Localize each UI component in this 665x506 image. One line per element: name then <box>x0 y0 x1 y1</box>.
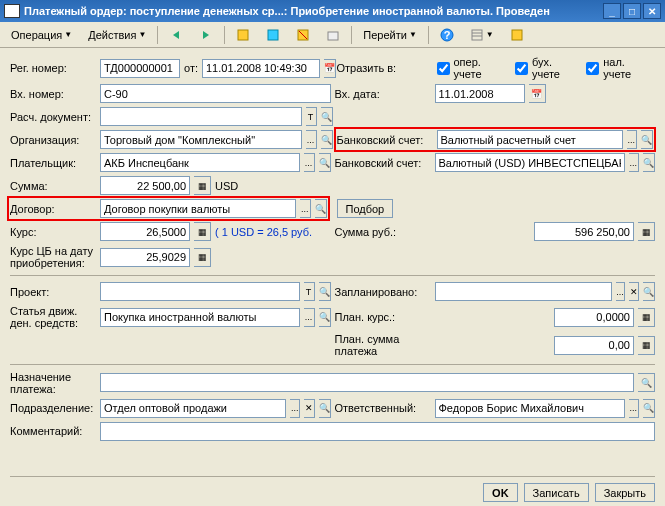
calc-icon[interactable]: ▦ <box>638 336 655 355</box>
reg-num-field[interactable] <box>100 59 180 78</box>
reflect-label: Отразить в: <box>337 62 433 74</box>
vh-num-label: Вх. номер: <box>10 88 96 100</box>
tool-icon-6[interactable] <box>503 25 531 45</box>
search-icon[interactable]: 🔍 <box>643 282 655 301</box>
svg-rect-9 <box>512 30 522 40</box>
calc-icon[interactable]: ▦ <box>638 308 655 327</box>
back-icon[interactable] <box>162 25 190 45</box>
search-icon[interactable]: 🔍 <box>319 399 331 418</box>
nal-checkbox[interactable] <box>586 62 599 75</box>
select-icon[interactable]: ... <box>306 130 317 149</box>
zaplan-label: Запланировано: <box>335 286 431 298</box>
proekt-field[interactable] <box>100 282 300 301</box>
search-icon[interactable]: 🔍 <box>643 153 655 172</box>
org-label: Организация: <box>10 134 96 146</box>
proekt-label: Проект: <box>10 286 96 298</box>
search-icon[interactable]: 🔍 <box>319 308 331 327</box>
kurs-cb-field[interactable] <box>100 248 190 267</box>
calendar-icon[interactable]: 📅 <box>324 59 336 78</box>
kurs-label: Курс: <box>10 226 96 238</box>
clear-icon[interactable]: T <box>304 282 315 301</box>
search-icon[interactable]: 🔍 <box>315 199 327 218</box>
tool-icon-2[interactable] <box>259 25 287 45</box>
select-icon[interactable]: ... <box>616 282 626 301</box>
calc-icon[interactable]: ▦ <box>638 222 655 241</box>
org-field[interactable] <box>100 130 302 149</box>
summa-label: Сумма: <box>10 180 96 192</box>
statya-field[interactable] <box>100 308 300 327</box>
plan-summa-label: План. сумма платежа <box>335 333 431 357</box>
dogovor-field[interactable] <box>100 199 296 218</box>
komment-label: Комментарий: <box>10 425 96 437</box>
forward-icon[interactable] <box>192 25 220 45</box>
komment-field[interactable] <box>100 422 655 441</box>
statya-label: Статья движ. ден. средств: <box>10 305 96 329</box>
summa-rub-field[interactable] <box>534 222 634 241</box>
dogovor-label: Договор: <box>10 203 96 215</box>
close-button[interactable]: ✕ <box>643 3 661 19</box>
actions-menu[interactable]: Действия▼ <box>81 26 153 44</box>
clear-icon[interactable]: ✕ <box>629 282 639 301</box>
podrazd-label: Подразделение: <box>10 402 96 414</box>
tool-icon-5[interactable]: ▼ <box>463 25 501 45</box>
date-field[interactable] <box>202 59 320 78</box>
close-form-button[interactable]: Закрыть <box>595 483 655 502</box>
titlebar: Платежный ордер: поступление денежных ср… <box>0 0 665 22</box>
oper-checkbox[interactable] <box>437 62 450 75</box>
kurs-field[interactable] <box>100 222 190 241</box>
nazn-field[interactable] <box>100 373 634 392</box>
search-icon[interactable]: 🔍 <box>638 373 655 392</box>
calc-icon[interactable]: ▦ <box>194 248 211 267</box>
clear-icon[interactable]: ✕ <box>304 399 314 418</box>
select-icon[interactable]: ... <box>629 153 639 172</box>
tool-icon-1[interactable] <box>229 25 257 45</box>
rasch-doc-field[interactable] <box>100 107 302 126</box>
plan-kurs-field[interactable] <box>554 308 634 327</box>
clear-icon[interactable]: T <box>306 107 317 126</box>
vh-num-field[interactable] <box>100 84 331 103</box>
podrazd-field[interactable] <box>100 399 286 418</box>
plan-summa-field[interactable] <box>554 336 634 355</box>
search-icon[interactable]: 🔍 <box>641 130 653 149</box>
calc-icon[interactable]: ▦ <box>194 222 211 241</box>
nazn-label: Назначение платежа: <box>10 371 96 395</box>
otv-field[interactable] <box>435 399 625 418</box>
select-icon[interactable]: ... <box>627 130 637 149</box>
currency-label: USD <box>215 180 238 192</box>
summa-field[interactable] <box>100 176 190 195</box>
rasch-doc-label: Расч. документ: <box>10 111 96 123</box>
search-icon[interactable]: 🔍 <box>321 130 333 149</box>
tool-icon-3[interactable] <box>289 25 317 45</box>
summa-rub-label: Сумма руб.: <box>335 226 431 238</box>
maximize-button[interactable]: □ <box>623 3 641 19</box>
buh-checkbox[interactable] <box>515 62 528 75</box>
window-icon <box>4 4 20 18</box>
podbor-button[interactable]: Подбор <box>337 199 394 218</box>
ot-label: от: <box>184 62 198 74</box>
save-button[interactable]: Записать <box>524 483 589 502</box>
search-icon[interactable]: 🔍 <box>321 107 333 126</box>
reg-num-label: Рег. номер: <box>10 62 96 74</box>
bank2-field[interactable] <box>435 153 625 172</box>
select-icon[interactable]: ... <box>304 153 315 172</box>
ok-button[interactable]: OK <box>483 483 518 502</box>
calendar-icon[interactable]: 📅 <box>529 84 546 103</box>
select-icon[interactable]: ... <box>300 199 311 218</box>
help-icon[interactable]: ? <box>433 25 461 45</box>
select-icon[interactable]: ... <box>629 399 639 418</box>
operation-menu[interactable]: Операция▼ <box>4 26 79 44</box>
zaplan-field[interactable] <box>435 282 612 301</box>
vh-date-field[interactable] <box>435 84 525 103</box>
payer-field[interactable] <box>100 153 300 172</box>
goto-menu[interactable]: Перейти▼ <box>356 26 424 44</box>
search-icon[interactable]: 🔍 <box>319 153 331 172</box>
select-icon[interactable]: ... <box>304 308 315 327</box>
search-icon[interactable]: 🔍 <box>319 282 331 301</box>
minimize-button[interactable]: _ <box>603 3 621 19</box>
select-icon[interactable]: ... <box>290 399 300 418</box>
bank1-field[interactable] <box>437 130 623 149</box>
calc-icon[interactable]: ▦ <box>194 176 211 195</box>
kurs-hint: ( 1 USD = 26,5 руб. <box>215 226 312 238</box>
tool-icon-4[interactable] <box>319 25 347 45</box>
search-icon[interactable]: 🔍 <box>643 399 655 418</box>
